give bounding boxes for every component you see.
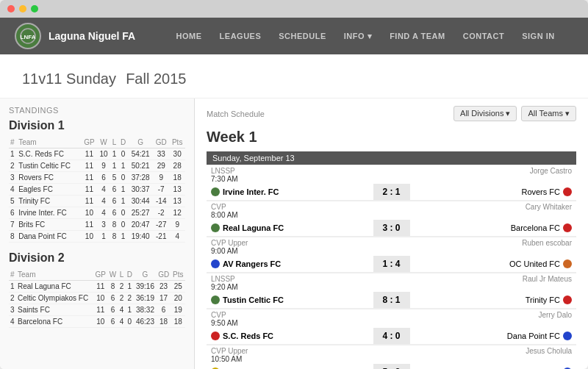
table-row: 3Rovers FC1165037:28918 bbox=[9, 172, 185, 184]
away-team-icon bbox=[563, 295, 572, 304]
col-gp: GP bbox=[82, 137, 98, 148]
match-row: Irvine Inter. FC 2 : 1 Rovers FC bbox=[207, 184, 576, 201]
page-content: 11v11 Sunday Fall 2015 Standings Divisio… bbox=[0, 54, 588, 369]
away-team-icon bbox=[563, 223, 572, 232]
away-team-name: OC United FC bbox=[509, 259, 560, 268]
col-l: L bbox=[110, 137, 118, 148]
away-team: Rovers FC bbox=[410, 184, 577, 200]
title-bar bbox=[0, 0, 588, 18]
close-button[interactable] bbox=[7, 5, 15, 12]
home-team-icon bbox=[211, 259, 220, 268]
nav-home[interactable]: Home bbox=[168, 32, 211, 41]
match-row: Tustin Celtic FC 8 : 1 Trinity FC bbox=[207, 292, 576, 309]
match-meta-row: CVP Upper9:00 AMRuben escobar bbox=[207, 237, 576, 256]
match-meta-row: LNSSP9:20 AMRaul Jr Mateus bbox=[207, 273, 576, 292]
col-g: G bbox=[128, 137, 153, 148]
match-meta-row: CVP Upper10:50 AMJesus Cholula bbox=[207, 345, 576, 364]
away-team-icon bbox=[563, 187, 572, 196]
logo-icon: LNFA bbox=[15, 23, 41, 49]
home-team: Real Laguna FC bbox=[207, 220, 373, 236]
nav-brand-label: Laguna Niguel FA bbox=[49, 30, 135, 42]
home-team-name: Real Laguna FC bbox=[223, 223, 284, 232]
nav-find-team[interactable]: Find A Team bbox=[381, 32, 454, 41]
table-row: 4Eagles FC1146130:37-713 bbox=[9, 184, 185, 196]
home-team-name: S.C. Reds FC bbox=[223, 332, 273, 340]
nav-links: Home Leagues Schedule Info ▾ Find A Team… bbox=[157, 32, 573, 41]
col-g-2: G bbox=[134, 269, 156, 281]
away-team-icon bbox=[563, 332, 572, 340]
col-pts: Pts bbox=[169, 137, 185, 148]
col-pts-2: Pts bbox=[171, 269, 185, 281]
home-team-icon bbox=[211, 332, 220, 340]
match-row: AV Rangers FC 1 : 4 OC United FC bbox=[207, 256, 576, 273]
col-gd-2: GD bbox=[157, 269, 171, 281]
away-team-name: Barcelona FC bbox=[511, 223, 560, 232]
col-l-2: L bbox=[118, 269, 125, 281]
matches-list: LNSSP7:30 AMJorge Castro Irvine Inter. F… bbox=[207, 165, 576, 369]
nav-sign-in[interactable]: Sign In bbox=[513, 32, 563, 41]
table-row: 2Celtic Olympiakos FC1062236:191720 bbox=[9, 293, 185, 304]
col-w-2: W bbox=[107, 269, 118, 281]
home-team-icon bbox=[211, 187, 220, 196]
table-row: 1S.C. Reds FC11101054:213330 bbox=[9, 148, 185, 160]
away-team-name: Rovers FC bbox=[521, 187, 560, 196]
col-team: Team bbox=[17, 137, 81, 148]
away-team: Dana Point FC bbox=[410, 328, 577, 344]
navbar: LNFA Laguna Niguel FA Home Leagues Sched… bbox=[0, 18, 588, 54]
col-num: # bbox=[9, 137, 17, 148]
home-team-name: AV Rangers FC bbox=[223, 259, 281, 268]
table-row: 1Real Laguna FC1182139:162325 bbox=[9, 281, 185, 293]
away-team-name: Dana Point FC bbox=[507, 332, 560, 340]
table-row: 8Dana Point FC1018119:40-214 bbox=[9, 231, 185, 243]
score: 4 : 0 bbox=[373, 328, 410, 344]
col-gd: GD bbox=[153, 137, 169, 148]
home-team-name: Irvine Inter. FC bbox=[223, 187, 279, 196]
maximize-button[interactable] bbox=[31, 5, 38, 12]
table-row: 6Irvine Inter. FC1046025:27-212 bbox=[9, 207, 185, 219]
division-1-table: # Team GP W L D G GD Pts 1S.C. Reds FC11… bbox=[9, 137, 185, 243]
schedule-header: Match Schedule All Divisions ▾ All Teams… bbox=[207, 106, 576, 121]
away-team: Barcelona FC bbox=[410, 220, 577, 236]
away-team: Trinity FC bbox=[410, 292, 577, 308]
filter-buttons: All Divisions ▾ All Teams ▾ bbox=[453, 106, 576, 121]
nav-schedule[interactable]: Schedule bbox=[270, 32, 335, 41]
team-filter[interactable]: All Teams ▾ bbox=[521, 106, 576, 121]
nav-info[interactable]: Info ▾ bbox=[335, 32, 381, 41]
home-team-name: Tustin Celtic FC bbox=[223, 295, 284, 304]
col-gp-2: GP bbox=[93, 269, 107, 281]
date-header: Sunday, September 13 bbox=[207, 151, 576, 165]
nav-contact[interactable]: Contact bbox=[454, 32, 513, 41]
standings-label: Standings bbox=[9, 106, 185, 115]
col-team-2: Team bbox=[16, 269, 93, 281]
score: 3 : 0 bbox=[373, 220, 410, 236]
match-row: Real Laguna FC 3 : 0 Barcelona FC bbox=[207, 220, 576, 237]
score: 8 : 1 bbox=[373, 292, 410, 308]
home-team: AV Rangers FC bbox=[207, 256, 373, 272]
minimize-button[interactable] bbox=[19, 5, 26, 12]
match-row: S.C. Reds FC 4 : 0 Dana Point FC bbox=[207, 328, 576, 345]
score: 5 : 3 bbox=[373, 364, 410, 369]
home-team-icon bbox=[211, 223, 220, 232]
table-row: 2Tustin Celtic FC1191150:212928 bbox=[9, 160, 185, 172]
table-row: 4Barcelona FC1064046:231818 bbox=[9, 316, 185, 328]
col-d-2: D bbox=[125, 269, 134, 281]
standings-sidebar: Standings Division 1 # Team GP W L D G bbox=[0, 98, 195, 369]
svg-text:LNFA: LNFA bbox=[21, 34, 36, 40]
score: 1 : 4 bbox=[373, 256, 410, 272]
division-2-table: # Team GP W L D G GD Pts 1Real Laguna FC… bbox=[9, 269, 185, 328]
score: 2 : 1 bbox=[373, 184, 410, 200]
home-team: Eagles FC bbox=[207, 364, 373, 369]
nav-leagues[interactable]: Leagues bbox=[211, 32, 270, 41]
division-2-title: Division 2 bbox=[9, 251, 185, 265]
home-team: S.C. Reds FC bbox=[207, 328, 373, 344]
table-row: 7Brits FC1138020:47-279 bbox=[9, 219, 185, 231]
col-w: W bbox=[97, 137, 110, 148]
table-row: 5Trinity FC1146130:44-1413 bbox=[9, 196, 185, 207]
app-window: LNFA Laguna Niguel FA Home Leagues Sched… bbox=[0, 0, 588, 369]
table-row: 3Saints FC1164138:32619 bbox=[9, 304, 185, 316]
division-filter[interactable]: All Divisions ▾ bbox=[453, 106, 517, 121]
col-d: D bbox=[118, 137, 128, 148]
away-team: Brits FC bbox=[410, 364, 577, 369]
page-header: 11v11 Sunday Fall 2015 bbox=[0, 54, 588, 98]
page-title: 11v11 Sunday Fall 2015 bbox=[18, 66, 570, 89]
